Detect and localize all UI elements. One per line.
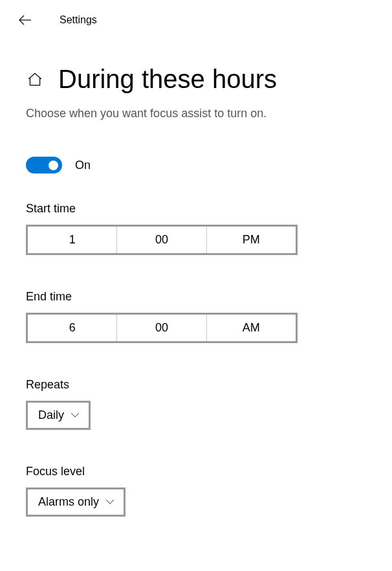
start-time-picker: 1 00 PM: [26, 225, 298, 255]
focus-level-value: Alarms only: [38, 495, 99, 509]
end-time-minute[interactable]: 00: [116, 315, 206, 341]
repeats-label: Repeats: [26, 378, 366, 392]
focus-level-label: Focus level: [26, 465, 366, 478]
end-time-ampm[interactable]: AM: [206, 315, 296, 341]
page-title: During these hours: [58, 65, 277, 94]
home-icon[interactable]: [26, 71, 44, 89]
topbar-title: Settings: [60, 14, 97, 26]
chevron-down-icon: [105, 499, 114, 506]
toggle-thumb: [49, 161, 58, 170]
end-time-label: End time: [26, 290, 366, 304]
back-button[interactable]: [18, 13, 32, 27]
arrow-left-icon: [18, 13, 32, 27]
repeats-dropdown[interactable]: Daily: [26, 401, 91, 430]
page-description: Choose when you want focus assist to tur…: [26, 107, 366, 120]
end-time-hour[interactable]: 6: [28, 315, 116, 341]
start-time-ampm[interactable]: PM: [206, 227, 296, 253]
end-time-picker: 6 00 AM: [26, 313, 298, 343]
chevron-down-icon: [71, 412, 80, 419]
focus-level-dropdown[interactable]: Alarms only: [26, 487, 125, 517]
start-time-label: Start time: [26, 202, 366, 216]
start-time-minute[interactable]: 00: [116, 227, 206, 253]
start-time-hour[interactable]: 1: [28, 227, 116, 253]
repeats-value: Daily: [38, 409, 64, 422]
toggle-state-label: On: [75, 159, 91, 172]
enable-toggle[interactable]: [26, 157, 62, 174]
